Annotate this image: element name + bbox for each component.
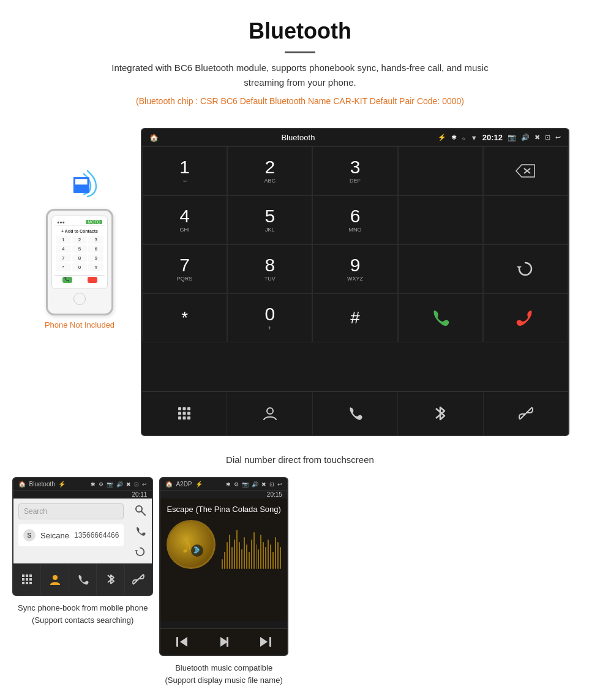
key-3[interactable]: 3 DEF (312, 146, 397, 195)
svg-rect-19 (22, 574, 24, 577)
visualizer-bar (244, 537, 245, 569)
music-status-right: ✱ ⚙ 📷 🔊 ✖ ⊡ ↩ (226, 481, 282, 487)
phonebook-search-bar[interactable]: Search (18, 503, 124, 519)
call-icon-right[interactable] (131, 522, 149, 540)
location-icon: ⬦ (462, 134, 466, 141)
visualizer-bar (231, 547, 233, 569)
pb-nav-bluetooth[interactable] (97, 564, 124, 595)
play-pause-button[interactable] (212, 633, 236, 651)
music-time: 20:15 (267, 491, 282, 498)
phonebook-caption: Sync phone-book from mobile phone (Suppo… (12, 602, 153, 626)
svg-text:♪: ♪ (181, 533, 192, 558)
svg-rect-27 (29, 582, 32, 584)
svg-rect-23 (26, 578, 28, 581)
phonebook-body-container: Search S Seicane 13566664466 (13, 499, 152, 563)
nav-call[interactable] (313, 392, 398, 435)
key-empty-r3c4 (398, 244, 483, 293)
refresh-button[interactable] (483, 244, 568, 293)
svg-rect-6 (183, 407, 186, 410)
nav-bluetooth[interactable] (398, 392, 483, 435)
visualizer-bar (275, 537, 276, 569)
visualizer-bar (272, 552, 274, 569)
key-8[interactable]: 8 TUV (227, 244, 312, 293)
svg-rect-35 (227, 637, 228, 647)
svg-text:⬓: ⬓ (72, 173, 90, 195)
svg-rect-22 (22, 578, 24, 581)
dial-caption: Dial number direct from touchscreen (0, 454, 600, 465)
phone-call-btn: 📞 (62, 277, 72, 283)
close-icon[interactable]: ✖ (534, 134, 540, 141)
back-icon[interactable]: ↩ (555, 134, 561, 141)
key-9[interactable]: 9 WXYZ (312, 244, 397, 293)
contact-letter: S (23, 529, 36, 541)
phone-mockup: ●●●MOTO + Add to Contacts 1 2 3 4 5 6 7 … (46, 209, 113, 315)
backspace-button[interactable] (483, 146, 568, 195)
prev-button[interactable] (170, 633, 194, 651)
dial-section: ⬓ ●●●MOTO + Add to Contacts 1 2 3 4 5 6 … (0, 116, 600, 448)
call-button[interactable] (398, 293, 483, 342)
phone-key-8: 8 (72, 254, 88, 262)
camera-icon[interactable]: 📷 (508, 134, 516, 141)
pb-nav-keypad[interactable] (13, 564, 41, 595)
pb-time: 20:11 (132, 491, 147, 498)
nav-keypad[interactable] (142, 392, 227, 435)
pb-nav-call[interactable] (69, 564, 97, 595)
visualizer-bar (234, 540, 235, 569)
refresh-icon-right[interactable] (131, 543, 149, 561)
key-empty-r2c5 (483, 195, 568, 244)
phone-not-included-label: Phone Not Included (45, 320, 114, 329)
car-dial-screen: 🏠 Bluetooth ⚡ ✱ ⬦ ▼ 20:12 📷 🔊 ✖ ⊡ ↩ (141, 128, 569, 436)
phone-screen: ●●●MOTO + Add to Contacts 1 2 3 4 5 6 7 … (51, 216, 108, 289)
key-7[interactable]: 7 PQRS (142, 244, 227, 293)
phone-key-6: 6 (88, 245, 103, 253)
music-panel: 🏠 A2DP ⚡ ✱ ⚙ 📷 🔊 ✖ ⊡ ↩ 20:15 Escape (The… (159, 477, 288, 656)
next-button[interactable] (253, 633, 278, 651)
pb-nav-contacts-active[interactable] (41, 564, 69, 595)
search-icon-right[interactable] (131, 501, 149, 519)
end-call-button[interactable] (483, 293, 568, 342)
svg-rect-8 (178, 412, 181, 415)
visualizer-bar (251, 540, 252, 569)
key-1[interactable]: 1 ∽ (142, 146, 227, 195)
dial-status-bar: 🏠 Bluetooth ⚡ ✱ ⬦ ▼ 20:12 📷 🔊 ✖ ⊡ ↩ (142, 129, 568, 146)
volume-icon[interactable]: 🔊 (521, 134, 530, 141)
svg-rect-13 (187, 416, 190, 420)
key-4[interactable]: 4 GHI (142, 195, 227, 244)
svg-marker-4 (517, 266, 522, 269)
visualizer-bar (256, 544, 257, 569)
pb-status-right: ✱ ⚙ 📷 🔊 ✖ ⊡ ↩ (91, 481, 147, 487)
phone-key-1: 1 (56, 236, 71, 244)
visualizer-bar (265, 547, 266, 569)
svg-point-14 (267, 408, 273, 414)
visualizer-bar (268, 540, 269, 569)
key-5[interactable]: 5 JKL (227, 195, 312, 244)
phone-screen-header: ●●●MOTO (54, 219, 105, 226)
visualizer-bar (229, 535, 230, 569)
nav-contacts[interactable] (227, 392, 312, 435)
pb-nav-link[interactable] (125, 564, 152, 595)
phonebook-right-icons (129, 499, 152, 563)
key-0[interactable]: 0 + (227, 293, 312, 342)
music-visualizer (222, 520, 280, 569)
home-icon[interactable]: 🏠 (149, 134, 159, 142)
phonebook-contact-row[interactable]: S Seicane 13566664466 (18, 524, 124, 546)
phone-illustration: ⬓ ●●●MOTO + Add to Contacts 1 2 3 4 5 6 … (31, 165, 129, 329)
contact-number: 13566664466 (74, 531, 119, 540)
visualizer-bar (280, 547, 281, 569)
nav-link[interactable] (484, 392, 568, 435)
phone-contacts-label: + Add to Contacts (54, 228, 105, 235)
page-title: Bluetooth (12, 18, 588, 44)
status-bar-title: Bluetooth (281, 133, 315, 142)
visualizer-bar (236, 530, 238, 569)
svg-rect-25 (22, 582, 24, 584)
key-2[interactable]: 2 ABC (227, 146, 312, 195)
header-description: Integrated with BC6 Bluetooth module, su… (92, 61, 508, 90)
phonebook-panel-container: 🏠 🏠 Bluetooth ⚡Bluetooth ⚡ ✱ ⚙ 📷 🔊 ✖ ⊡ ↩… (12, 477, 153, 686)
phone-key-hash: # (88, 263, 103, 271)
key-6[interactable]: 6 MNO (312, 195, 397, 244)
visualizer-bar (222, 559, 223, 569)
window-icon[interactable]: ⊡ (545, 134, 550, 141)
key-hash[interactable]: # (312, 293, 397, 342)
visualizer-bar (270, 544, 271, 569)
key-star[interactable]: * (142, 293, 227, 342)
